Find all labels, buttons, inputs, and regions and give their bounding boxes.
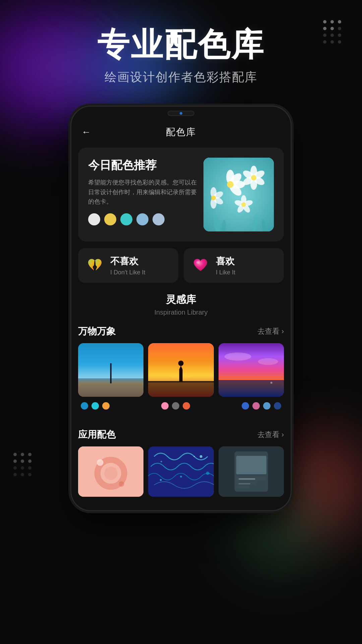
like-button[interactable]: 喜欢 I Like It bbox=[184, 248, 284, 283]
category-appcolor-link[interactable]: 去查看 › bbox=[257, 430, 284, 440]
svg-rect-54 bbox=[236, 456, 266, 474]
app-card-1[interactable] bbox=[78, 446, 143, 497]
flower-svg bbox=[203, 158, 274, 231]
dot-ind-9 bbox=[263, 402, 270, 410]
app-color-grid bbox=[78, 446, 284, 497]
swatch-5[interactable] bbox=[153, 213, 165, 225]
svg-point-27 bbox=[211, 196, 216, 200]
color-swatches bbox=[88, 213, 197, 225]
inspiration-title-en: Inspiration Library bbox=[78, 309, 284, 316]
svg-point-16 bbox=[251, 175, 256, 180]
chevron-right-icon-2: › bbox=[282, 430, 284, 439]
svg-point-44 bbox=[104, 467, 118, 480]
swatch-4[interactable] bbox=[136, 213, 148, 225]
wanwu-img-1[interactable] bbox=[78, 343, 143, 397]
dot-ind-5 bbox=[172, 402, 179, 410]
main-title: 专业配色库 bbox=[13, 27, 349, 62]
featured-text: 今日配色推荐 希望能方便您寻找色彩的灵感。您可以在日常设计创作时，用来编辑和记录… bbox=[88, 158, 197, 226]
wanwu-img-2[interactable] bbox=[148, 343, 214, 397]
like-text: 喜欢 I Like It bbox=[216, 255, 235, 276]
wanwu-dots-3 bbox=[240, 402, 283, 410]
svg-point-39 bbox=[258, 358, 278, 365]
featured-card-desc: 希望能方便您寻找色彩的灵感。您可以在日常设计创作时，用来编辑和记录所需要的色卡。 bbox=[88, 178, 197, 207]
app-card-2[interactable] bbox=[148, 446, 214, 497]
dislike-label-en: I Don't Like It bbox=[110, 269, 145, 276]
camera-dot bbox=[180, 112, 182, 115]
svg-point-48 bbox=[200, 455, 202, 458]
featured-image-inner bbox=[203, 158, 274, 231]
inspiration-section-header: 灵感库 Inspiration Library bbox=[71, 289, 291, 322]
category-appcolor: 应用配色 去查看 › bbox=[71, 425, 291, 500]
svg-point-50 bbox=[206, 472, 209, 475]
category-appcolor-name: 应用配色 bbox=[78, 428, 116, 441]
category-appcolor-link-text: 去查看 bbox=[257, 430, 280, 440]
featured-card-title: 今日配色推荐 bbox=[88, 158, 197, 172]
like-label-en: I Like It bbox=[216, 269, 235, 276]
dot-ind-10 bbox=[274, 402, 281, 410]
svg-rect-34 bbox=[148, 382, 214, 397]
svg-rect-40 bbox=[219, 380, 284, 397]
wanwu-dots-2 bbox=[160, 402, 191, 410]
svg-rect-58 bbox=[238, 478, 255, 480]
nav-title: 配色库 bbox=[166, 126, 196, 139]
svg-point-46 bbox=[119, 481, 124, 487]
chevron-right-icon: › bbox=[282, 327, 284, 336]
dot-ind-8 bbox=[252, 402, 260, 410]
category-appcolor-header: 应用配色 去查看 › bbox=[78, 428, 284, 441]
inspiration-title-cn: 灵感库 bbox=[78, 293, 284, 307]
svg-point-45 bbox=[97, 459, 104, 466]
dislike-label-cn: 不喜欢 bbox=[110, 255, 145, 268]
featured-image bbox=[203, 158, 274, 231]
svg-point-38 bbox=[224, 353, 251, 361]
sub-title: 绘画设计创作者色彩搭配库 bbox=[13, 69, 349, 86]
category-wanwu-link[interactable]: 去查看 › bbox=[257, 326, 284, 336]
svg-point-41 bbox=[270, 382, 272, 384]
dot-ind-1 bbox=[81, 402, 88, 410]
svg-point-49 bbox=[160, 479, 162, 481]
dislike-button[interactable]: 不喜欢 I Don't Like It bbox=[78, 248, 178, 283]
like-label-cn: 喜欢 bbox=[216, 255, 235, 268]
svg-rect-36 bbox=[148, 381, 214, 382]
svg-rect-57 bbox=[236, 486, 249, 489]
dislike-icon bbox=[85, 255, 105, 275]
reaction-row: 不喜欢 I Don't Like It bbox=[78, 248, 284, 283]
dot-ind-7 bbox=[242, 402, 249, 410]
category-wanwu-name: 万物万象 bbox=[78, 325, 116, 338]
svg-rect-31 bbox=[110, 363, 112, 383]
svg-point-35 bbox=[178, 361, 184, 366]
swatch-1[interactable] bbox=[88, 213, 100, 225]
header-section: 专业配色库 绘画设计创作者色彩搭配库 bbox=[0, 0, 362, 99]
dot-ind-2 bbox=[92, 402, 99, 410]
wanwu-dots-1 bbox=[79, 402, 111, 410]
svg-rect-47 bbox=[148, 446, 214, 497]
dot-ind-3 bbox=[102, 402, 110, 410]
like-icon bbox=[190, 255, 210, 275]
swatch-2[interactable] bbox=[104, 213, 116, 225]
category-wanwu-header: 万物万象 去查看 › bbox=[78, 325, 284, 338]
nav-bar: ← 配色库 bbox=[71, 120, 291, 144]
featured-card: 今日配色推荐 希望能方便您寻找色彩的灵感。您可以在日常设计创作时，用来编辑和记录… bbox=[78, 148, 284, 241]
wanwu-img-3[interactable] bbox=[219, 343, 284, 397]
dot-ind-4 bbox=[161, 402, 169, 410]
back-button[interactable]: ← bbox=[81, 127, 91, 138]
phone-top-bar bbox=[71, 107, 291, 120]
category-wanwu: 万物万象 去查看 › bbox=[71, 322, 291, 422]
app-card-3[interactable] bbox=[219, 446, 284, 497]
swatch-3[interactable] bbox=[120, 213, 132, 225]
phone-frame: ← 配色库 今日配色推荐 希望能方便您寻找色彩的灵感。您可以在日常设计创作时，用… bbox=[70, 106, 292, 511]
category-wanwu-link-text: 去查看 bbox=[257, 326, 280, 336]
phone-wrapper: ← 配色库 今日配色推荐 希望能方便您寻找色彩的灵感。您可以在日常设计创作时，用… bbox=[0, 106, 362, 511]
svg-point-22 bbox=[241, 202, 246, 207]
phone-content: ← 配色库 今日配色推荐 希望能方便您寻找色彩的灵感。您可以在日常设计创作时，用… bbox=[71, 120, 291, 510]
svg-point-9 bbox=[227, 181, 234, 188]
dislike-text: 不喜欢 I Don't Like It bbox=[110, 255, 145, 276]
dot-ind-6 bbox=[183, 402, 190, 410]
wanwu-image-grid bbox=[78, 343, 284, 397]
svg-rect-59 bbox=[238, 483, 250, 484]
phone-camera bbox=[168, 111, 194, 116]
